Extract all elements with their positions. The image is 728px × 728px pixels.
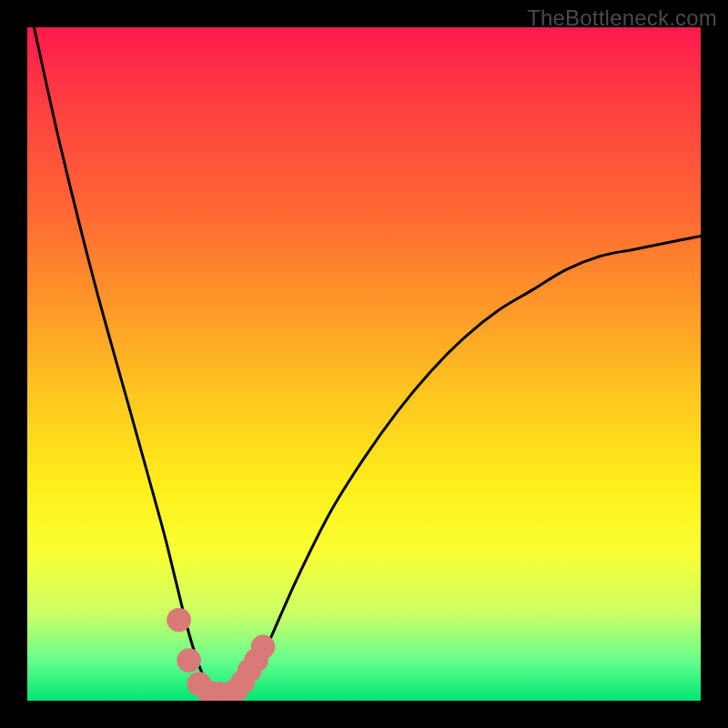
curve-marker <box>238 658 262 682</box>
curve-marker <box>230 670 255 694</box>
chart-frame: TheBottleneck.com <box>0 0 728 728</box>
curve-marker <box>187 672 211 696</box>
curve-marker <box>167 608 191 632</box>
bottleneck-curve-svg <box>27 27 701 701</box>
curve-markers <box>167 608 275 701</box>
curve-marker <box>177 648 201 672</box>
plot-area <box>27 27 701 701</box>
curve-marker <box>217 682 242 701</box>
curve-marker <box>244 648 268 672</box>
bottleneck-curve <box>34 27 701 696</box>
watermark-text: TheBottleneck.com <box>527 5 717 31</box>
curve-marker <box>251 634 276 659</box>
curve-marker <box>207 682 232 701</box>
curve-marker <box>224 679 248 701</box>
curve-marker <box>197 681 221 701</box>
